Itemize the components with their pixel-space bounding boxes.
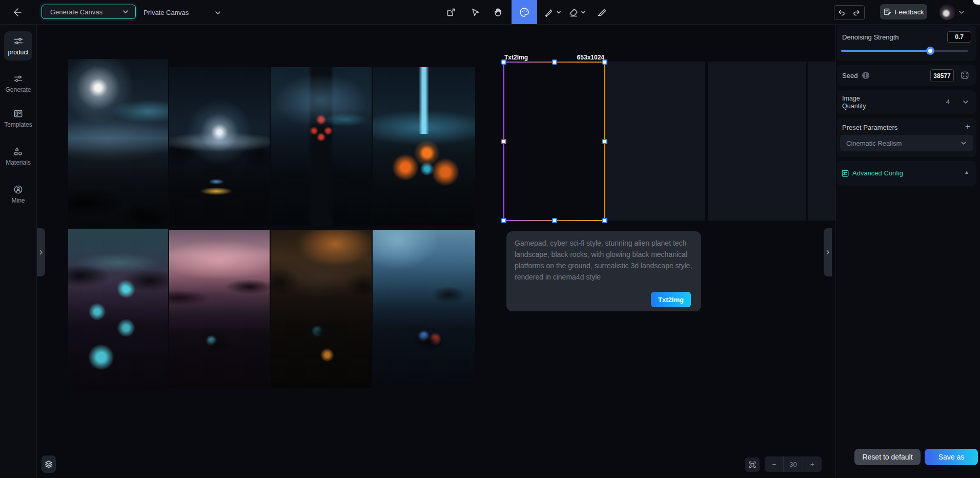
- generated-image[interactable]: [169, 67, 270, 226]
- resize-handle-e[interactable]: [602, 139, 607, 144]
- top-bar: Generate Canvas Private Canvas: [0, 0, 980, 25]
- generated-image[interactable]: [271, 67, 372, 226]
- zoom-out-button[interactable]: −: [765, 456, 783, 472]
- denoising-slider[interactable]: [841, 48, 968, 54]
- reset-to-default-button[interactable]: Reset to default: [854, 449, 921, 465]
- chevron-down-icon: [214, 9, 221, 16]
- sidebar-item-materials[interactable]: Materials: [0, 146, 36, 166]
- empty-canvas-frame[interactable]: [708, 62, 806, 221]
- sidebar-item-product[interactable]: product: [4, 31, 32, 61]
- sidebar-item-generate[interactable]: Generate: [0, 73, 36, 93]
- save-as-button[interactable]: Save as: [925, 449, 978, 465]
- chevron-down-icon: [960, 140, 967, 147]
- generated-image[interactable]: [68, 59, 168, 228]
- empty-canvas-frame[interactable]: [606, 62, 705, 221]
- zoom-control: − 30 +: [765, 456, 822, 472]
- resize-handle-se[interactable]: [602, 218, 607, 223]
- sidebar-item-label: Materials: [6, 159, 31, 166]
- advanced-config-section[interactable]: Advanced Config ▲: [837, 161, 976, 186]
- sliders-icon: [13, 35, 24, 47]
- add-preset-button[interactable]: +: [965, 122, 970, 132]
- dice-icon[interactable]: [961, 71, 969, 79]
- fit-screen-icon: [748, 461, 757, 469]
- empty-canvas-frame[interactable]: [808, 62, 835, 221]
- chevron-down-icon[interactable]: [962, 98, 969, 106]
- account-menu-button[interactable]: [958, 9, 965, 18]
- select-tool-button[interactable]: [464, 0, 486, 24]
- palette-tool-button[interactable]: [512, 0, 537, 24]
- info-icon[interactable]: [862, 71, 870, 79]
- zoom-in-button[interactable]: +: [803, 456, 822, 472]
- quantity-label: Image Quantity: [842, 95, 866, 110]
- feedback-button[interactable]: Feedback: [880, 4, 927, 19]
- slider-knob[interactable]: [926, 47, 934, 55]
- cursor-icon: [470, 7, 480, 17]
- seed-section: Seed 38577: [837, 65, 976, 86]
- avatar[interactable]: [940, 4, 955, 20]
- denoising-value[interactable]: 0.7: [947, 31, 971, 43]
- generated-image[interactable]: [373, 67, 475, 226]
- sliders-icon: [13, 73, 24, 84]
- resize-handle-w[interactable]: [501, 139, 506, 144]
- preset-section: Preset Parameters + Cinematic Realism: [837, 118, 976, 157]
- user-icon: [13, 184, 24, 195]
- generated-image[interactable]: [169, 230, 270, 388]
- left-drawer-toggle[interactable]: [37, 228, 45, 276]
- generated-image[interactable]: [271, 230, 372, 388]
- prompt-divider: [506, 288, 701, 288]
- workspace-select[interactable]: Private Canvas: [144, 6, 189, 18]
- selected-frame[interactable]: Txt2Img 653x1024: [503, 62, 605, 221]
- canvas-area[interactable]: Txt2Img 653x1024 Gamepad, cyber sci-fi s…: [37, 25, 835, 478]
- corner-artifact: [973, 0, 980, 5]
- eraser-tool-button[interactable]: [563, 0, 591, 24]
- preset-dropdown[interactable]: Cinematic Realism: [840, 135, 973, 151]
- chevron-down-icon: [122, 8, 129, 15]
- generated-image[interactable]: [68, 229, 168, 391]
- layers-button[interactable]: [42, 455, 56, 473]
- hand-icon: [493, 7, 503, 17]
- resize-handle-nw[interactable]: [501, 59, 506, 65]
- canvas-type-label: Generate Canvas: [50, 8, 122, 16]
- quantity-value[interactable]: 4: [946, 98, 950, 106]
- export-icon: [446, 7, 456, 17]
- prompt-panel: Gamepad, cyber sci-fi style, stunning al…: [506, 231, 701, 311]
- sidebar-item-label: product: [8, 49, 28, 56]
- seed-value[interactable]: 38577: [930, 69, 954, 82]
- back-button[interactable]: [10, 6, 24, 18]
- sidebar-item-label: Mine: [11, 197, 25, 204]
- denoising-section: Denoising Strength 0.7: [837, 26, 976, 61]
- fit-view-button[interactable]: [745, 457, 760, 472]
- resize-handle-ne[interactable]: [602, 59, 607, 65]
- feedback-icon: [883, 8, 891, 16]
- pen-tool-button[interactable]: [590, 0, 613, 24]
- zoom-level: 30: [783, 456, 803, 472]
- resize-handle-sw[interactable]: [501, 218, 506, 223]
- brush-tool-button[interactable]: [539, 0, 566, 24]
- eraser-icon: [568, 7, 579, 17]
- hand-tool-button[interactable]: [487, 0, 509, 24]
- generated-image[interactable]: [373, 230, 475, 388]
- prompt-input[interactable]: Gamepad, cyber sci-fi style, stunning al…: [515, 237, 694, 285]
- pen-icon: [597, 7, 607, 17]
- resize-handle-n[interactable]: [552, 59, 557, 65]
- undo-button[interactable]: [834, 6, 849, 19]
- redo-button[interactable]: [849, 6, 864, 19]
- templates-icon: [13, 108, 24, 119]
- export-tool-button[interactable]: [440, 0, 462, 24]
- canvas-type-select[interactable]: Generate Canvas: [42, 5, 136, 19]
- palette-icon: [519, 7, 530, 18]
- quantity-label-line1: Image: [842, 95, 866, 103]
- sidebar: product Generate Templates Materials Min…: [0, 25, 37, 478]
- resize-handle-s[interactable]: [552, 218, 557, 223]
- advanced-config-label: Advanced Config: [852, 169, 903, 177]
- txt2img-button[interactable]: Txt2Img: [651, 292, 691, 307]
- sidebar-item-templates[interactable]: Templates: [0, 108, 36, 128]
- sidebar-item-mine[interactable]: Mine: [0, 184, 36, 204]
- sidebar-item-label: Generate: [5, 86, 31, 93]
- right-drawer-toggle[interactable]: [824, 228, 832, 276]
- undo-icon: [838, 9, 846, 17]
- feedback-label: Feedback: [894, 8, 924, 16]
- workspace-label: Private Canvas: [144, 9, 189, 16]
- collapse-button[interactable]: ▲: [964, 169, 969, 175]
- chevron-down-icon: [556, 9, 562, 15]
